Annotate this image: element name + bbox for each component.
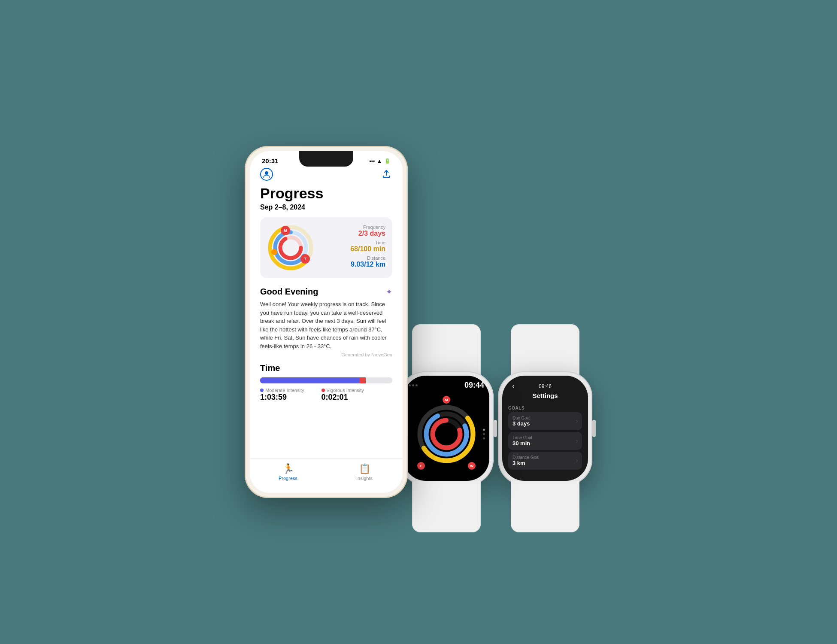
- date-range: Sep 2–8, 2024: [260, 204, 392, 211]
- watch1-scroll-dot3: [483, 437, 485, 440]
- battery-icon: 🔋: [384, 158, 391, 164]
- vigorous-value: 0:02:01: [321, 393, 364, 402]
- distance-goal-label: Distance Goal: [513, 455, 540, 460]
- watch1-scroll-dot2: [483, 433, 485, 435]
- svg-point-0: [265, 171, 268, 175]
- vigorous-label: Vigorous Intensity: [321, 388, 364, 393]
- scene: 20:31 ▪▪▪ ▲ 🔋: [245, 146, 592, 498]
- tab-insights[interactable]: 📋 Insights: [326, 463, 403, 481]
- generated-by: Generated by NaiveGen: [260, 352, 392, 357]
- watch1-crown: [494, 420, 497, 437]
- day-goal-chevron: ›: [576, 418, 578, 424]
- time-section: Time Moderate Intensity: [260, 363, 392, 402]
- watch1-band-bottom: [412, 481, 481, 532]
- time-goal-chevron: ›: [576, 438, 578, 444]
- progress-card: M T Frequency 2/3 days Time 68/100 min: [260, 217, 392, 278]
- stat-time: Time 68/100 min: [321, 240, 385, 253]
- time-section-title: Time: [260, 363, 392, 373]
- tab-bar: 🏃 Progress 📋 Insights: [250, 459, 403, 493]
- ring-container: M T: [267, 224, 314, 271]
- iphone-notch: [299, 151, 353, 167]
- watch1-ring-area: M F W: [409, 392, 484, 476]
- insights-tab-icon: 📋: [359, 463, 370, 474]
- greeting-title: Good Evening: [260, 287, 318, 297]
- section-header: Good Evening ✦: [260, 287, 392, 297]
- watch1-body: 09:44: [399, 371, 494, 485]
- time-label: Time: [321, 240, 385, 245]
- watch2-back-button[interactable]: ‹: [508, 381, 519, 391]
- moderate-value: 1:03:59: [260, 393, 304, 402]
- vigorous-dot: [321, 389, 325, 392]
- bar-vigorous: [359, 377, 366, 383]
- ring-dot-small: [271, 249, 277, 255]
- stats-panel: Frequency 2/3 days Time 68/100 min Dista…: [321, 225, 385, 271]
- watch1-menu[interactable]: [409, 384, 418, 386]
- watch1-dot2: [412, 384, 414, 386]
- greeting-body: Well done! Your weekly progress is on tr…: [260, 300, 392, 350]
- stat-frequency: Frequency 2/3 days: [321, 225, 385, 237]
- sparkle-icon: ✦: [386, 287, 392, 297]
- distance-value: 9.03/12 km: [351, 261, 385, 268]
- watch2-screen: ‹ 09:46 Settings GOALS Day Goal 3 days: [502, 376, 588, 481]
- vigorous-intensity: Vigorous Intensity 0:02:01: [321, 388, 364, 402]
- frequency-value: 2/3 days: [358, 230, 385, 237]
- top-bar: [260, 168, 392, 181]
- watch2-crown: [592, 420, 596, 437]
- distance-goal-value: 3 km: [513, 460, 540, 466]
- watch1-scroll-dot1: [483, 429, 485, 431]
- tab-progress[interactable]: 🏃 Progress: [250, 463, 326, 481]
- wifi-icon: ▲: [377, 158, 382, 164]
- watch2-band-top: [511, 324, 579, 376]
- ring-dot-m: M: [281, 226, 290, 235]
- watch2-section-label: GOALS: [508, 406, 582, 410]
- ring-dot-t: T: [300, 254, 310, 264]
- watch1-scroll-dots: [483, 429, 485, 440]
- watch1-wrapper: 09:44: [399, 371, 494, 485]
- watch2-band-bottom: [511, 481, 579, 532]
- watch1-dot-m: M: [443, 396, 450, 404]
- watch2-wrapper: ‹ 09:46 Settings GOALS Day Goal 3 days: [498, 371, 592, 485]
- moderate-intensity: Moderate Intensity 1:03:59: [260, 388, 304, 402]
- profile-icon[interactable]: [260, 168, 273, 181]
- iphone-screen: 20:31 ▪▪▪ ▲ 🔋: [250, 151, 403, 493]
- share-icon[interactable]: [380, 168, 392, 180]
- watch1-screen: 09:44: [403, 376, 489, 481]
- time-value: 68/100 min: [350, 245, 385, 252]
- watch1-dot3: [415, 384, 418, 386]
- watch2-title: Settings: [532, 392, 558, 399]
- stat-distance: Distance 9.03/12 km: [321, 255, 385, 268]
- iphone-content: Progress Sep 2–8, 2024: [250, 164, 403, 472]
- intensity-row: Moderate Intensity 1:03:59 Vigorous Inte…: [260, 388, 392, 402]
- time-bar-fill: [260, 377, 392, 383]
- iphone-device: 20:31 ▪▪▪ ▲ 🔋: [245, 146, 408, 498]
- watch1-band-top: [412, 324, 481, 376]
- watch1-ring-svg: [416, 404, 476, 464]
- insights-tab-label: Insights: [356, 476, 373, 481]
- watch2-time-goal[interactable]: Time Goal 30 min ›: [508, 432, 582, 450]
- watch2-day-goal[interactable]: Day Goal 3 days ›: [508, 412, 582, 430]
- watch2-body: ‹ 09:46 Settings GOALS Day Goal 3 days: [498, 371, 592, 485]
- day-goal-value: 3 days: [513, 420, 531, 427]
- watch1-time: 09:44: [464, 381, 484, 390]
- watch1-status-bar: 09:44: [409, 381, 484, 390]
- time-bar: [260, 377, 392, 383]
- distance-goal-chevron: ›: [576, 458, 578, 464]
- status-icons: ▪▪▪ ▲ 🔋: [369, 158, 391, 164]
- good-evening-section: Good Evening ✦ Well done! Your weekly pr…: [260, 287, 392, 357]
- page-title: Progress: [260, 185, 392, 202]
- progress-tab-label: Progress: [279, 476, 297, 481]
- signal-icon: ▪▪▪: [369, 158, 375, 164]
- watch1-dot1: [409, 384, 411, 386]
- distance-label: Distance: [321, 255, 385, 261]
- watch2-time-display: 09:46: [539, 383, 552, 389]
- watch1-dot-f: F: [417, 462, 425, 470]
- watch2-distance-goal[interactable]: Distance Goal 3 km ›: [508, 452, 582, 470]
- time-goal-label: Time Goal: [513, 435, 532, 440]
- moderate-label: Moderate Intensity: [260, 388, 304, 393]
- progress-tab-icon: 🏃: [282, 463, 294, 474]
- time-goal-value: 30 min: [513, 440, 532, 447]
- day-goal-label: Day Goal: [513, 416, 531, 420]
- frequency-label: Frequency: [321, 225, 385, 230]
- bar-moderate: [260, 377, 359, 383]
- watch1-dot-w: W: [468, 462, 476, 470]
